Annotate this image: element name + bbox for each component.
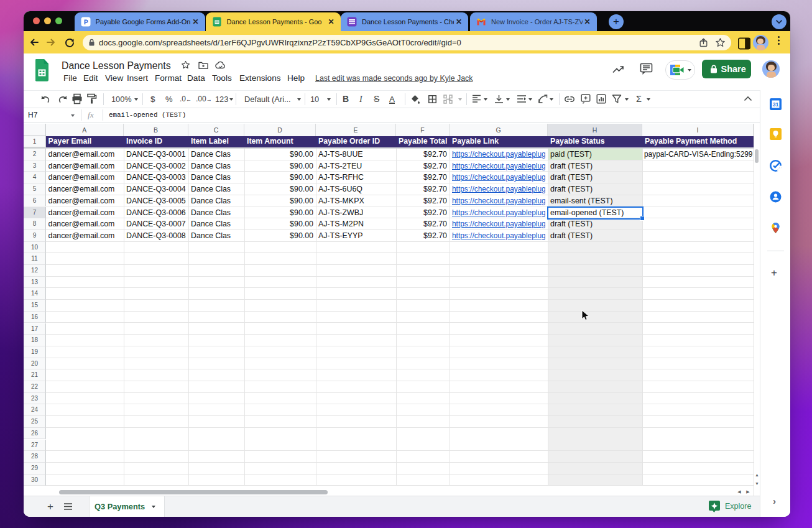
svg-text:31: 31 bbox=[773, 101, 779, 108]
